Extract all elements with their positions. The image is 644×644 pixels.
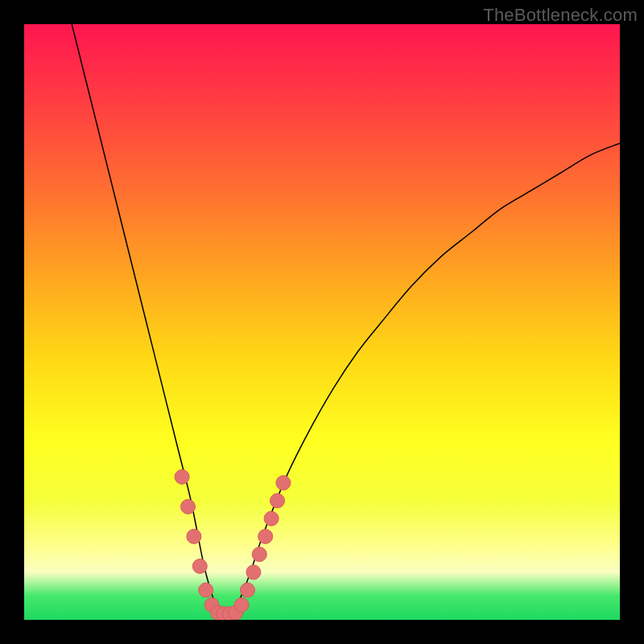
marker-point xyxy=(270,493,285,508)
marker-point xyxy=(276,476,291,490)
marker-point xyxy=(192,559,207,573)
marker-point xyxy=(234,598,249,613)
marker-point xyxy=(241,583,255,597)
chart-stage: TheBottleneck.com xyxy=(0,0,644,644)
marker-point xyxy=(187,529,201,543)
marker-point xyxy=(181,499,196,514)
plot-area xyxy=(24,24,620,620)
marker-point xyxy=(246,565,261,580)
marker-point xyxy=(175,469,189,484)
marker-point xyxy=(264,511,279,526)
watermark-text: TheBottleneck.com xyxy=(483,5,638,26)
bottleneck-curve xyxy=(72,24,620,614)
chart-svg xyxy=(24,24,620,620)
marker-point xyxy=(199,583,213,597)
marker-point xyxy=(252,547,266,562)
marker-point xyxy=(258,529,273,543)
marker-group xyxy=(175,469,291,620)
